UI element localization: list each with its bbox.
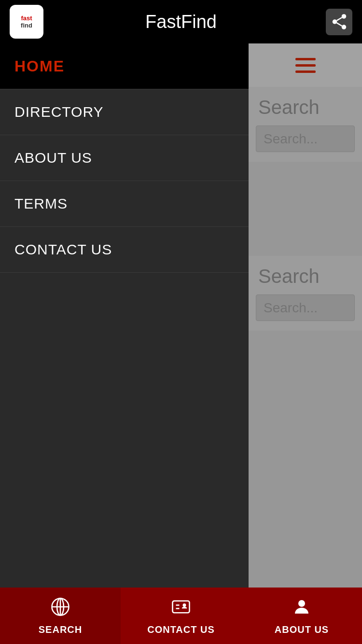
share-button[interactable] — [326, 9, 352, 35]
sidebar-item-about[interactable]: ABOUT US — [0, 135, 249, 181]
search-input-1[interactable]: Search... — [256, 126, 355, 152]
bottom-tab-bar: SEARCH CONTACT US ABOUT US — [0, 588, 362, 644]
sidebar-item-contact[interactable]: CONTACT US — [0, 227, 249, 273]
gap-area — [249, 164, 362, 251]
search-label-2: Search — [256, 266, 355, 287]
card-icon — [171, 597, 191, 617]
search-placeholder-2: Search... — [264, 300, 318, 316]
svg-rect-9 — [173, 601, 190, 613]
sidebar-contact-label: CONTACT US — [14, 241, 112, 258]
header: fast find FastFind — [0, 0, 362, 43]
right-panel: Search Search... Search Search... — [249, 43, 362, 644]
sidebar-home-label: HOME — [14, 57, 65, 75]
hamburger-line-2 — [295, 64, 316, 67]
contact-tab-icon — [171, 597, 191, 621]
logo-find-text: find — [21, 22, 32, 29]
svg-line-3 — [336, 23, 342, 26]
hamburger-icon — [295, 58, 316, 73]
svg-point-12 — [183, 603, 186, 607]
search-tab-icon — [50, 597, 70, 621]
sidebar-item-home[interactable]: HOME — [0, 43, 249, 89]
svg-point-0 — [341, 14, 346, 19]
sidebar-about-label: ABOUT US — [14, 150, 92, 166]
sidebar: HOME DIRECTORY ABOUT US TERMS CONTACT US — [0, 43, 249, 644]
tab-contact-us[interactable]: CONTACT US — [121, 588, 241, 644]
svg-point-13 — [298, 600, 305, 607]
search-section-1: Search Search... — [249, 87, 362, 162]
about-tab-icon — [292, 597, 312, 621]
person-icon — [292, 597, 312, 617]
sidebar-item-terms[interactable]: TERMS — [0, 181, 249, 227]
app-title: FastFind — [145, 12, 217, 32]
app-logo[interactable]: fast find — [10, 5, 43, 39]
svg-point-1 — [332, 19, 337, 24]
hamburger-line-3 — [295, 70, 316, 73]
tab-contact-label: CONTACT US — [147, 624, 215, 635]
search-input-2[interactable]: Search... — [256, 294, 355, 321]
hamburger-line-1 — [295, 58, 316, 60]
share-icon — [330, 13, 348, 31]
tab-about-us[interactable]: ABOUT US — [241, 588, 362, 644]
sidebar-terms-label: TERMS — [14, 196, 68, 212]
search-label-1: Search — [256, 97, 355, 118]
globe-icon — [50, 597, 70, 617]
svg-line-4 — [336, 17, 342, 20]
logo-fast-text: fast — [21, 14, 32, 22]
tab-about-label: ABOUT US — [275, 624, 329, 635]
main-layout: HOME DIRECTORY ABOUT US TERMS CONTACT US — [0, 43, 362, 644]
tab-search[interactable]: SEARCH — [0, 588, 121, 644]
tab-search-label: SEARCH — [39, 624, 82, 635]
sidebar-item-directory[interactable]: DIRECTORY — [0, 89, 249, 135]
sidebar-directory-label: DIRECTORY — [14, 104, 104, 120]
search-section-2: Search Search... — [249, 256, 362, 331]
hamburger-area[interactable] — [249, 43, 362, 87]
svg-point-2 — [341, 25, 346, 29]
search-placeholder-1: Search... — [264, 131, 318, 147]
